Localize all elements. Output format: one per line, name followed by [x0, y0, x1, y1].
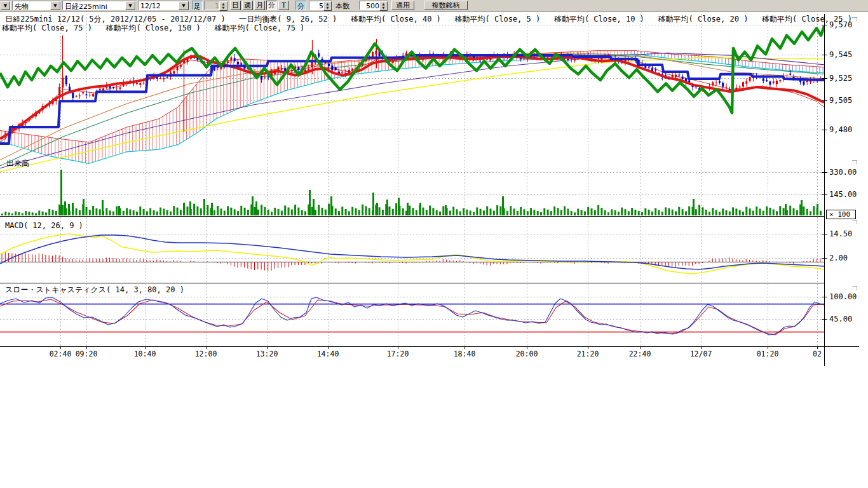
- y-axis-label: 9,545: [829, 50, 852, 59]
- x-axis-label: 02: [813, 349, 822, 358]
- chevron-down-icon[interactable]: ▼: [125, 1, 135, 10]
- macd-pane: [0, 234, 824, 274]
- bar-type-label: 足: [192, 1, 203, 10]
- x-axis-label: 22:40: [629, 349, 651, 358]
- y-axis-label: 9,480: [829, 125, 852, 134]
- minute-value: 5: [319, 2, 323, 10]
- spinner-buttons[interactable]: ▲▼: [219, 1, 227, 11]
- period-day-button[interactable]: 日: [230, 1, 241, 10]
- toolbar: ▼ 先物 ▼ 日経225mini ▼ 12/12 ▼ 足 1 ▲▼ 日 週 月 …: [0, 0, 868, 12]
- y-axis-label: 9,525: [829, 74, 852, 83]
- contract-month-select[interactable]: 12/12 ▼: [138, 1, 189, 10]
- instrument-select-value: 日経225mini: [65, 2, 107, 11]
- y-axis-label: 9,570: [829, 20, 852, 29]
- pane-grip-icon: [852, 220, 857, 224]
- chevron-down-icon[interactable]: ▼: [50, 1, 60, 10]
- market-select-value: 先物: [15, 2, 29, 11]
- minute-stepper[interactable]: 5 ▲▼: [309, 1, 332, 10]
- x-axis-label: 12:00: [195, 349, 217, 358]
- x-axis-label: 18:40: [454, 349, 476, 358]
- apply-button[interactable]: 適用: [391, 1, 414, 10]
- y-axis-label: 145.00: [829, 190, 857, 199]
- x-axis-label: 13:20: [256, 349, 278, 358]
- pane-grip-icon: [852, 160, 857, 165]
- market-select[interactable]: 先物 ▼: [12, 1, 61, 10]
- spinner-buttons[interactable]: ▲▼: [323, 1, 332, 11]
- bar-count-value: 500: [366, 2, 379, 10]
- price-pane: [0, 26, 824, 172]
- minute-label: 分: [295, 1, 306, 10]
- chart-canvas[interactable]: 9,5709,5459,5259,5059,480330.00145.0014.…: [0, 0, 868, 488]
- stochastics-pane: [0, 297, 824, 335]
- x-axis-label: 21:20: [577, 349, 599, 358]
- contract-month-value: 12/12: [140, 2, 161, 10]
- y-axis-label: 330.00: [829, 168, 857, 177]
- chevron-down-icon[interactable]: ▼: [179, 1, 189, 10]
- y-axis-label: 2.00: [829, 254, 848, 262]
- bar-interval-value: 1: [215, 2, 219, 10]
- y-axis-label: 14.50: [829, 229, 852, 238]
- volume-bars: [1, 170, 822, 215]
- app-window: { "toolbar": { "market_value": "先物", "in…: [0, 0, 868, 488]
- pane-grip-icon: [852, 286, 857, 290]
- period-week-button[interactable]: 週: [242, 1, 253, 10]
- y-axis-label: 100.00: [829, 292, 857, 301]
- period-minute-button[interactable]: 分: [266, 1, 277, 10]
- spin-down-icon[interactable]: ▼: [324, 6, 331, 10]
- x-axis-label: 01:20: [757, 349, 779, 358]
- x-axis-label: 02:40: [50, 349, 72, 358]
- bar-count-stepper[interactable]: 500 ▲▼: [359, 1, 388, 10]
- bar-count-label: 本数: [336, 1, 349, 11]
- spin-down-icon[interactable]: ▼: [220, 6, 227, 10]
- spinner-buttons[interactable]: ▲▼: [379, 1, 388, 11]
- x-axis-label: 14:40: [317, 349, 339, 358]
- period-tick-button[interactable]: T: [278, 1, 289, 10]
- x-axis-label: 10:40: [134, 349, 156, 358]
- multi-symbol-button[interactable]: 複数銘柄: [424, 1, 468, 10]
- instrument-select[interactable]: 日経225mini ▼: [62, 1, 136, 10]
- y-axis-label: 45.00: [829, 315, 852, 323]
- x-axis-label: 20:00: [516, 349, 538, 358]
- chevron-down-icon[interactable]: ▼: [1, 1, 10, 10]
- spin-down-icon[interactable]: ▼: [380, 6, 387, 10]
- y-axis-label: 9,505: [829, 96, 852, 105]
- x-axis-label: 17:20: [387, 349, 409, 358]
- volume-multiplier-badge: × 100: [826, 210, 856, 219]
- period-month-button[interactable]: 月: [254, 1, 265, 10]
- x-axis-label: 09:20: [76, 349, 98, 358]
- pane-grip-icon: [852, 17, 857, 22]
- bar-interval-stepper[interactable]: 1 ▲▼: [204, 1, 228, 10]
- x-axis-label: 12/07: [690, 349, 712, 358]
- mini-select[interactable]: ▼: [1, 1, 11, 10]
